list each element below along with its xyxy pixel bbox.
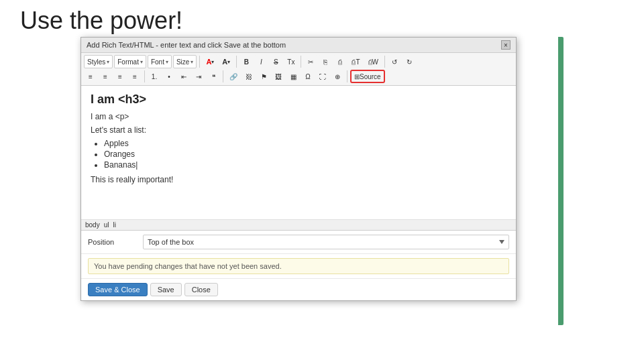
list-item: Oranges: [104, 149, 506, 159]
statusbar-li[interactable]: li: [113, 221, 115, 229]
format-arrow: ▾: [140, 59, 143, 65]
editor-statusbar: body ul li: [81, 220, 516, 231]
find-button[interactable]: ⊕: [331, 70, 344, 83]
toolbar-row-2: ≡ ≡ ≡ ≡ 1. • ⇤ ⇥ ❝ 🔗 ⛓ ⚑ 🖼 ▦ Ω ⛶ ⊕ ⊞ Sou…: [84, 70, 513, 83]
separator-3: [301, 56, 301, 68]
size-dropdown[interactable]: Size ▾: [173, 55, 197, 68]
styles-arrow: ▾: [107, 59, 109, 65]
image-icon: 🖼: [275, 73, 282, 80]
editor-content[interactable]: I am <h3> I am a <p> Let's start a list:…: [81, 86, 516, 220]
align-right-button[interactable]: ≡: [113, 70, 127, 83]
table-icon: ▦: [290, 73, 297, 80]
page-title: Use the power!: [20, 7, 182, 35]
format-label: Format: [117, 58, 139, 66]
font-dropdown[interactable]: Font ▾: [148, 55, 172, 68]
highlight-button[interactable]: A▾: [219, 55, 233, 68]
list-item: Bananas|: [104, 160, 506, 170]
format-dropdown[interactable]: Format ▾: [114, 55, 146, 68]
close-button[interactable]: Close: [184, 283, 218, 296]
modal-footer: Save & Close Save Close: [81, 278, 516, 300]
link-button[interactable]: 🔗: [226, 70, 241, 83]
list-item: Apples: [104, 139, 506, 148]
paste-text-button[interactable]: ⎙T: [348, 55, 363, 68]
separator-4: [384, 56, 385, 68]
align-left-button[interactable]: ≡: [84, 70, 97, 83]
position-select[interactable]: Top of the box Bottom of the box After a…: [143, 235, 509, 249]
ordered-list-button[interactable]: 1.: [148, 70, 161, 83]
source-button[interactable]: ⊞ Source: [350, 70, 385, 83]
statusbar-body[interactable]: body: [85, 221, 100, 229]
separator-7: [347, 70, 347, 82]
unordered-list-button[interactable]: •: [162, 70, 176, 83]
image-button[interactable]: 🖼: [272, 70, 285, 83]
indent-left-icon: ⇤: [181, 73, 186, 80]
modal-titlebar: Add Rich Text/HTML - enter text and clic…: [81, 38, 516, 53]
copy-icon: ⎘: [323, 58, 327, 66]
position-row: Position Top of the box Bottom of the bo…: [81, 231, 516, 254]
fullscreen-button[interactable]: ⛶: [316, 70, 329, 83]
strikethrough-button[interactable]: S: [269, 55, 282, 68]
cut-button[interactable]: ✂: [304, 55, 317, 68]
separator-5: [144, 70, 145, 82]
align-justify-icon: ≡: [133, 73, 137, 80]
modal-close-button[interactable]: ×: [501, 40, 511, 50]
italic-button[interactable]: I: [254, 55, 268, 68]
clear-format-button[interactable]: Tx: [284, 55, 298, 68]
ul-icon: •: [168, 73, 170, 80]
separator-6: [223, 70, 223, 82]
unlink-icon: ⛓: [246, 73, 252, 80]
special-chars-button[interactable]: Ω: [301, 70, 315, 83]
ol-icon: 1.: [152, 73, 157, 80]
separator-2: [236, 56, 237, 68]
font-color-button[interactable]: A▾: [203, 55, 217, 68]
paste-word-button[interactable]: ⎙W: [365, 55, 382, 68]
paste-button[interactable]: ⎙: [333, 55, 347, 68]
save-close-button[interactable]: Save & Close: [88, 283, 148, 296]
redo-button[interactable]: ↻: [402, 55, 416, 68]
anchor-button[interactable]: ⚑: [257, 70, 270, 83]
size-arrow: ▾: [191, 59, 193, 65]
size-label: Size: [176, 58, 189, 66]
editor-paragraph: I am a <p>: [91, 112, 506, 121]
editor-list-intro: Let's start a list:: [91, 125, 506, 135]
indent-right-icon: ⇥: [196, 73, 201, 80]
warning-message: You have pending changes that have not y…: [88, 258, 509, 274]
align-center-icon: ≡: [103, 73, 107, 80]
table-button[interactable]: ▦: [286, 70, 300, 83]
bold-icon: B: [244, 58, 249, 66]
modal-title: Add Rich Text/HTML - enter text and clic…: [87, 41, 286, 49]
position-label: Position: [88, 238, 135, 246]
bold-button[interactable]: B: [239, 55, 253, 68]
styles-label: Styles: [87, 58, 105, 66]
modal-dialog: Add Rich Text/HTML - enter text and clic…: [80, 37, 517, 301]
copy-button[interactable]: ⎘: [319, 55, 332, 68]
styles-dropdown[interactable]: Styles ▾: [84, 55, 113, 68]
separator-1: [199, 56, 200, 68]
anchor-icon: ⚑: [261, 73, 267, 80]
source-label: Source: [360, 73, 381, 80]
strikethrough-icon: S: [274, 58, 278, 66]
omega-icon: Ω: [305, 73, 310, 80]
clear-format-icon: Tx: [287, 58, 294, 66]
blockquote-button[interactable]: ❝: [207, 70, 220, 83]
save-button[interactable]: Save: [150, 283, 182, 296]
find-icon: ⊕: [335, 73, 340, 80]
unlink-button[interactable]: ⛓: [242, 70, 256, 83]
editor-important: This is really important!: [91, 175, 506, 184]
editor-heading: I am <h3>: [91, 93, 506, 107]
align-center-button[interactable]: ≡: [99, 70, 112, 83]
link-icon: 🔗: [229, 73, 237, 80]
paste-icon: ⎙: [338, 58, 342, 66]
editor-list: Apples Oranges Bananas|: [104, 139, 506, 170]
italic-icon: I: [260, 58, 262, 66]
paste-word-icon: ⎙W: [368, 58, 378, 66]
indent-right-button[interactable]: ⇥: [192, 70, 205, 83]
align-left-icon: ≡: [89, 73, 93, 80]
font-label: Font: [151, 58, 164, 66]
undo-button[interactable]: ↺: [388, 55, 401, 68]
indent-left-button[interactable]: ⇤: [177, 70, 191, 83]
blockquote-icon: ❝: [212, 73, 215, 80]
paste-text-icon: ⎙T: [352, 58, 360, 66]
statusbar-ul[interactable]: ul: [104, 221, 109, 229]
align-justify-button[interactable]: ≡: [128, 70, 142, 83]
